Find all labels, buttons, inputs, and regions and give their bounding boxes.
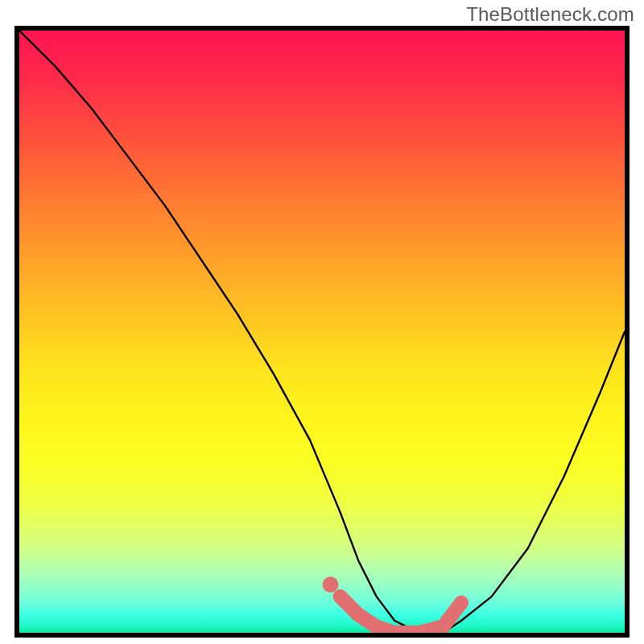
optimal-range-highlight xyxy=(341,597,461,633)
optimal-range-start-dot xyxy=(323,576,339,592)
chart-frame xyxy=(14,26,630,638)
bottleneck-curve xyxy=(19,31,625,633)
attribution-label: TheBottleneck.com xyxy=(466,3,634,26)
chart-svg xyxy=(19,31,625,633)
plot-area xyxy=(14,26,630,638)
